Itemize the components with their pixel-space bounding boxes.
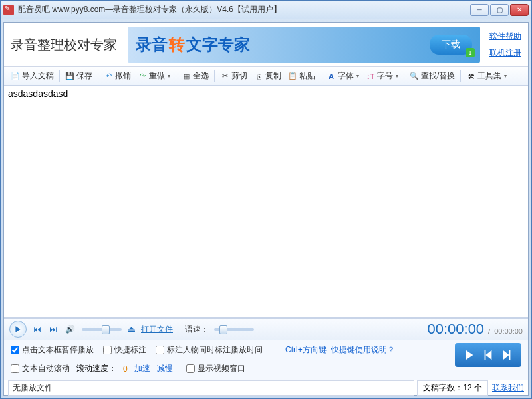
open-file-link[interactable]: 打开文件 xyxy=(141,324,173,335)
undo-button[interactable]: ↶撤销 xyxy=(101,69,134,83)
select-all-icon: ▦ xyxy=(182,72,191,81)
time-display: 00:00:00 / 00:00:00 xyxy=(427,321,523,338)
side-links: 软件帮助 联机注册 xyxy=(489,31,521,59)
find-replace-button[interactable]: 🔍查找/替换 xyxy=(407,69,458,83)
eject-button[interactable]: ⏏ xyxy=(127,324,136,334)
rate-slider[interactable] xyxy=(214,328,254,331)
font-button[interactable]: A字体▾ xyxy=(324,69,362,83)
play-icon xyxy=(14,325,22,333)
titlebar[interactable]: 配音员吧 www.pyy8.com—录音整理校对专家（永久版）V4.6【试用用户… xyxy=(1,1,531,19)
chevron-down-icon: ▾ xyxy=(356,73,359,79)
client-area: 录音整理校对专家 录音 转 文字专家 下载 1 软件帮助 联机注册 📄导入文稿 xyxy=(3,22,529,396)
chevron-down-icon: ▾ xyxy=(504,73,507,79)
checkbox-quick-mark[interactable]: 快捷标注 xyxy=(103,344,146,356)
paste-button[interactable]: 📋粘贴 xyxy=(285,69,318,83)
slower-link[interactable]: 减慢 xyxy=(157,363,173,374)
time-total: 00:00:00 xyxy=(494,327,523,335)
font-size-button[interactable]: ↕T字号▾ xyxy=(363,69,401,83)
options-row-2: 文本自动滚动 滚动速度： 0 加速 减慢 显示视频窗口 xyxy=(4,360,528,380)
tools-icon: 🛠 xyxy=(466,72,475,81)
ad-banner[interactable]: 录音 转 文字专家 下载 1 xyxy=(128,27,480,63)
volume-icon[interactable]: 🔊 xyxy=(64,325,76,334)
search-icon: 🔍 xyxy=(410,72,419,81)
help-link[interactable]: 软件帮助 xyxy=(489,31,521,42)
text-editor[interactable]: asdasdasdasd xyxy=(4,86,528,318)
player-bar: ⏮ ⏭ 🔊 ⏏ 打开文件 语速： 00:00:00 / 00:00:00 xyxy=(4,318,528,340)
window-title: 配音员吧 www.pyy8.com—录音整理校对专家（永久版）V4.6【试用用户… xyxy=(18,4,470,15)
undo-icon: ↶ xyxy=(104,72,113,81)
font-icon: A xyxy=(327,72,336,81)
status-file: 无播放文件 xyxy=(8,380,414,396)
separator-icon xyxy=(214,70,215,82)
chevron-down-icon: ▾ xyxy=(396,73,398,79)
app-title: 录音整理校对专家 xyxy=(11,36,117,54)
save-button[interactable]: 💾保存 xyxy=(63,69,95,83)
checkbox-show-video[interactable]: 显示视频窗口 xyxy=(186,363,245,374)
save-icon: 💾 xyxy=(65,72,74,81)
register-link[interactable]: 联机注册 xyxy=(489,47,521,59)
paste-icon: 📋 xyxy=(288,72,297,81)
separator-icon xyxy=(59,70,60,82)
separator-icon xyxy=(321,70,321,82)
rate-label: 语速： xyxy=(185,324,209,335)
app-icon xyxy=(3,5,14,15)
scroll-speed-value: 0 xyxy=(123,364,128,374)
cut-icon: ✂ xyxy=(220,72,229,81)
next-button[interactable]: ⏭ xyxy=(48,325,59,334)
status-wordcount: 文稿字数：12 个 xyxy=(417,380,488,396)
tools-button[interactable]: 🛠工具集▾ xyxy=(464,69,509,83)
play-button[interactable] xyxy=(9,321,27,338)
minimize-button[interactable]: ─ xyxy=(470,4,489,16)
select-all-button[interactable]: ▦全选 xyxy=(179,69,211,83)
chevron-down-icon: ▾ xyxy=(168,73,170,79)
checkbox-mark-time[interactable]: 标注人物同时标注播放时间 xyxy=(156,344,263,356)
download-button[interactable]: 下载 1 xyxy=(430,35,472,55)
separator-icon xyxy=(98,70,98,82)
window-controls: ─ ▢ ✕ xyxy=(470,4,529,16)
import-icon: 📄 xyxy=(11,72,20,81)
contact-link[interactable]: 联系我们 xyxy=(492,382,524,394)
shortcut-hint: Ctrl+方向键 快捷键使用说明？ xyxy=(285,344,395,356)
redo-button[interactable]: ↷重做▾ xyxy=(135,69,173,83)
faster-link[interactable]: 加速 xyxy=(134,363,150,374)
separator-icon xyxy=(460,70,461,82)
shortcut-help-link[interactable]: 快捷键使用说明？ xyxy=(331,345,395,354)
close-button[interactable]: ✕ xyxy=(510,4,529,16)
separator-icon xyxy=(176,70,176,82)
banner-text: 录音 转 文字专家 xyxy=(136,34,250,55)
font-size-icon: ↕T xyxy=(366,72,375,81)
scroll-speed-label: 滚动速度： xyxy=(76,363,116,374)
playback-big-controls xyxy=(455,343,521,367)
header-row: 录音整理校对专家 录音 转 文字专家 下载 1 软件帮助 联机注册 xyxy=(4,23,528,67)
skip-back-icon[interactable] xyxy=(482,349,494,361)
cut-button[interactable]: ✂剪切 xyxy=(217,69,250,83)
prev-button[interactable]: ⏮ xyxy=(32,325,43,334)
statusbar: 无播放文件 文稿字数：12 个 联系我们 xyxy=(4,380,528,395)
checkbox-pause-on-click[interactable]: 点击文本框暂停播放 xyxy=(11,344,94,356)
redo-icon: ↷ xyxy=(138,72,147,81)
skip-forward-icon[interactable] xyxy=(501,349,513,361)
import-button[interactable]: 📄导入文稿 xyxy=(8,69,57,83)
toolbar: 📄导入文稿 💾保存 ↶撤销 ↷重做▾ ▦全选 ✂剪切 ⎘复制 📋粘贴 A字体▾ … xyxy=(4,67,528,86)
separator-icon xyxy=(404,70,404,82)
copy-icon: ⎘ xyxy=(254,72,263,81)
copy-button[interactable]: ⎘复制 xyxy=(251,69,284,83)
options-row-1: 点击文本框暂停播放 快捷标注 标注人物同时标注播放时间 Ctrl+方向键 快捷键… xyxy=(4,340,528,360)
play-icon[interactable] xyxy=(464,349,475,361)
checkbox-autoscroll[interactable]: 文本自动滚动 xyxy=(11,363,70,374)
app-window: 配音员吧 www.pyy8.com—录音整理校对专家（永久版）V4.6【试用用户… xyxy=(0,0,532,399)
download-badge-icon: 1 xyxy=(466,48,475,57)
time-current: 00:00:00 xyxy=(427,321,484,338)
volume-slider[interactable] xyxy=(82,328,122,331)
maximize-button[interactable]: ▢ xyxy=(490,4,509,16)
